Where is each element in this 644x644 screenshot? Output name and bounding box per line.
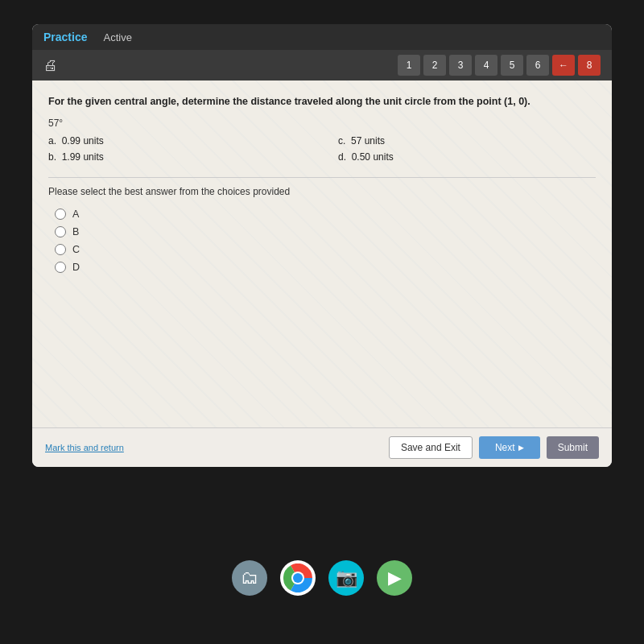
- back-button[interactable]: ←: [552, 55, 575, 76]
- q-btn-2[interactable]: 2: [423, 55, 446, 76]
- main-content: For the given central angle, determine t…: [32, 80, 612, 427]
- angle-value: 57°: [48, 118, 596, 129]
- question-nav-bar: 🖨 1 2 3 4 5 6 ← 8: [32, 50, 612, 80]
- q-btn-6[interactable]: 6: [526, 55, 549, 76]
- radio-c-circle[interactable]: [55, 244, 66, 255]
- print-icon[interactable]: 🖨: [43, 57, 58, 74]
- radio-option-group: A B C D: [55, 208, 596, 273]
- q-btn-4[interactable]: 4: [475, 55, 497, 76]
- svg-point-2: [293, 573, 303, 583]
- save-exit-button[interactable]: Save and Exit: [389, 436, 473, 459]
- radio-b-circle[interactable]: [55, 226, 66, 237]
- instruction-text: Please select the best answer from the c…: [48, 186, 596, 197]
- files-icon[interactable]: 🗂: [232, 560, 267, 596]
- radio-option-a[interactable]: A: [55, 208, 596, 220]
- divider: [48, 177, 596, 178]
- radio-d-circle[interactable]: [55, 262, 66, 273]
- answer-choices: a. 0.99 units c. 57 units b. 1.99 units …: [48, 134, 596, 164]
- footer-bar: Mark this and return Save and Exit Next …: [32, 427, 612, 467]
- question-numbers: 1 2 3 4 5 6 ← 8: [398, 55, 601, 76]
- q-btn-5[interactable]: 5: [501, 55, 523, 76]
- choice-a: a. 0.99 units: [48, 134, 306, 148]
- radio-a-circle[interactable]: [55, 208, 66, 220]
- radio-option-d[interactable]: D: [55, 262, 596, 273]
- choice-c: c. 57 units: [338, 134, 596, 148]
- radio-option-b[interactable]: B: [55, 226, 596, 237]
- choice-b: b. 1.99 units: [48, 150, 306, 164]
- choice-d: d. 0.50 units: [338, 150, 596, 164]
- app-title: Practice: [43, 31, 87, 43]
- mark-return-link[interactable]: Mark this and return: [45, 443, 124, 452]
- header-bar: Practice Active: [32, 24, 612, 50]
- taskbar: 🗂 📷 ▶: [0, 560, 644, 596]
- q-btn-1[interactable]: 1: [398, 55, 420, 76]
- submit-button[interactable]: Submit: [547, 436, 599, 459]
- radio-option-c[interactable]: C: [55, 244, 596, 255]
- chrome-icon[interactable]: [280, 560, 316, 596]
- q-btn-3[interactable]: 3: [449, 55, 472, 76]
- q-btn-8[interactable]: 8: [578, 55, 601, 76]
- question-text: For the given central angle, determine t…: [48, 95, 596, 109]
- active-label: Active: [103, 31, 131, 43]
- next-button[interactable]: Next: [479, 436, 540, 459]
- footer-buttons: Save and Exit Next Submit: [389, 436, 599, 459]
- camera-icon[interactable]: 📷: [328, 560, 364, 596]
- play-icon[interactable]: ▶: [377, 560, 412, 596]
